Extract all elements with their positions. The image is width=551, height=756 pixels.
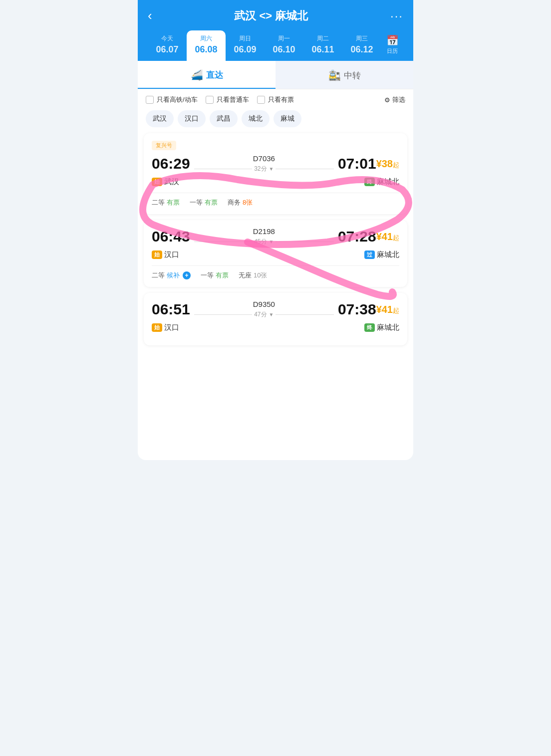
- train-station-row-1: 始 武汉 终 麻城北: [152, 177, 399, 187]
- start-badge-2: 始: [152, 251, 162, 259]
- date-tab-0610[interactable]: 周一 06.10: [265, 30, 303, 61]
- ticket-first-2: 一等 有票: [201, 271, 229, 280]
- date-tabs: 今天 06.07 周六 06.08 周日 06.09 周一 06.10 周二 0…: [148, 30, 403, 61]
- train-number-2: D2198: [194, 227, 334, 236]
- train-card-d2198[interactable]: 06:43 D2198 45分 ▼ 07:28 ¥41起 始 汉口: [144, 220, 407, 287]
- train-number-3: D9350: [194, 300, 334, 308]
- service-tabs: 🚄 直达 🚉 中转: [138, 61, 413, 89]
- station-macheng[interactable]: 麻城: [274, 110, 301, 127]
- train-station-row-3: 始 汉口 终 麻城北: [152, 323, 399, 332]
- train-duration-3: 47分 ▼: [194, 310, 334, 319]
- train-main-row-1: 06:29 D7036 32分 ▼ 07:01 ¥38起: [152, 154, 399, 173]
- pass-badge-2: 过: [364, 251, 375, 259]
- end-badge-1: 终: [364, 178, 375, 186]
- depart-time-3: 06:51: [152, 301, 190, 318]
- arrive-station-3: 终 麻城北: [364, 323, 399, 332]
- train-card-d9350[interactable]: 06:51 D9350 47分 ▼ 07:38 ¥41起 始 汉口: [144, 293, 407, 345]
- main-content: 🚄 直达 🚉 中转 只看高铁/动车 只看普通车 只看有票: [138, 61, 413, 460]
- ticket-noseat-2: 无座 10张: [239, 271, 267, 280]
- back-button[interactable]: ‹: [148, 8, 152, 23]
- train-badge-fuxing: 复兴号: [152, 141, 176, 150]
- stations-row: 武汉 汉口 武昌 城北 麻城: [138, 110, 413, 127]
- station-wuhan[interactable]: 武汉: [146, 110, 174, 127]
- ticket-business-1: 商务 8张: [228, 198, 253, 207]
- checkbox-gaotie[interactable]: [146, 96, 154, 104]
- train-duration-1: 32分 ▼: [194, 165, 334, 173]
- ticket-second-1: 二等 有票: [152, 198, 180, 207]
- tab-transfer[interactable]: 🚉 中转: [276, 61, 413, 89]
- ticket-second-2: 二等 候补 +: [152, 271, 191, 280]
- arrive-station-2: 过 麻城北: [364, 250, 399, 259]
- filter-putong[interactable]: 只看普通车: [206, 95, 249, 104]
- filter-ticket[interactable]: 只看有票: [257, 95, 294, 104]
- arrive-time-2: 07:28: [338, 228, 376, 245]
- tab-direct[interactable]: 🚄 直达: [138, 61, 276, 89]
- header-top: ‹ 武汉 <> 麻城北 ···: [148, 8, 403, 23]
- checkbox-putong[interactable]: [206, 96, 214, 104]
- depart-time-2: 06:43: [152, 228, 190, 245]
- page-title: 武汉 <> 麻城北: [234, 8, 308, 23]
- depart-station-1: 始 武汉: [152, 177, 179, 187]
- train-main-row-3: 06:51 D9350 47分 ▼ 07:38 ¥41起: [152, 300, 399, 319]
- station-hankou[interactable]: 汉口: [178, 110, 206, 127]
- filters-row: 只看高铁/动车 只看普通车 只看有票 ⚙ 筛选: [138, 89, 413, 110]
- start-badge-1: 始: [152, 178, 162, 186]
- calendar-icon: 📅: [382, 34, 402, 46]
- date-tab-0608[interactable]: 周六 06.08: [187, 30, 226, 61]
- train-main-row-2: 06:43 D2198 45分 ▼ 07:28 ¥41起: [152, 227, 399, 246]
- train-price-1: ¥38起: [376, 158, 399, 170]
- station-chengbei[interactable]: 城北: [242, 110, 270, 127]
- ticket-row-1: 二等 有票 一等 有票 商务 8张: [152, 193, 399, 207]
- ticket-first-1: 一等 有票: [190, 198, 218, 207]
- station-wuchang[interactable]: 武昌: [210, 110, 238, 127]
- train-card-d7036[interactable]: 复兴号 06:29 D7036 32分 ▼ 07:01 ¥38起 始: [144, 133, 407, 214]
- arrive-station-1: 终 麻城北: [364, 177, 399, 187]
- train-station-row-2: 始 汉口 过 麻城北: [152, 250, 399, 259]
- arrive-time-3: 07:38: [338, 301, 376, 318]
- date-tab-0612[interactable]: 周三 06.12: [342, 30, 381, 61]
- train-number-1: D7036: [194, 154, 334, 163]
- end-badge-3: 终: [364, 323, 375, 332]
- ticket-row-2: 二等 候补 + 一等 有票 无座 10张: [152, 265, 399, 280]
- header: ‹ 武汉 <> 麻城北 ··· 今天 06.07 周六 06.08 周日 06.…: [138, 0, 413, 61]
- filter-icon: ⚙: [384, 96, 390, 104]
- depart-station-2: 始 汉口: [152, 250, 179, 259]
- train-icon: 🚄: [191, 69, 203, 81]
- depart-time-1: 06:29: [152, 155, 190, 172]
- more-button[interactable]: ···: [390, 9, 403, 23]
- start-badge-3: 始: [152, 323, 162, 332]
- date-tab-0607[interactable]: 今天 06.07: [148, 30, 187, 61]
- train-number-block-3: D9350 47分 ▼: [190, 300, 338, 319]
- arrive-time-1: 07:01: [338, 155, 376, 172]
- transfer-icon: 🚉: [328, 69, 341, 81]
- date-tab-0609[interactable]: 周日 06.09: [226, 30, 265, 61]
- train-price-3: ¥41起: [376, 304, 399, 315]
- depart-station-3: 始 汉口: [152, 323, 179, 332]
- train-duration-2: 45分 ▼: [194, 238, 334, 246]
- checkbox-ticket[interactable]: [257, 96, 265, 104]
- train-number-block-1: D7036 32分 ▼: [190, 154, 338, 173]
- date-tab-0611[interactable]: 周二 06.11: [303, 30, 342, 61]
- filter-sort-button[interactable]: ⚙ 筛选: [384, 95, 405, 104]
- calendar-button[interactable]: 📅 日历: [381, 30, 403, 61]
- train-number-block-2: D2198 45分 ▼: [190, 227, 338, 246]
- waitlist-plus-icon[interactable]: +: [183, 271, 191, 279]
- filter-gaotie[interactable]: 只看高铁/动车: [146, 95, 198, 104]
- train-price-2: ¥41起: [376, 231, 399, 243]
